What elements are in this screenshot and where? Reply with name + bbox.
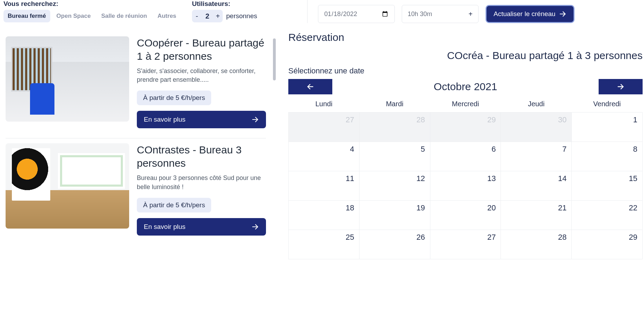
calendar-day[interactable]: 22: [572, 201, 643, 230]
tab-open-space[interactable]: Open Space: [52, 10, 95, 22]
reservation-panel: Réservation COcréa - Bureau partagé 1 à …: [279, 31, 643, 259]
users-decrement-button[interactable]: -: [192, 10, 202, 22]
duration-field[interactable]: 10h 30m +: [402, 5, 479, 23]
calendar-day[interactable]: 18: [289, 201, 360, 230]
calendar-day: 28: [359, 113, 430, 142]
arrow-right-icon: [251, 116, 259, 123]
prev-month-button[interactable]: [288, 79, 332, 94]
listing-price: À partir de 5 €/h/pers: [137, 198, 211, 212]
weekday-header: Lundi: [289, 97, 360, 113]
users-count: 2: [202, 12, 213, 20]
next-month-button[interactable]: [599, 79, 643, 94]
calendar-day[interactable]: 26: [359, 230, 430, 259]
calendar-day[interactable]: 6: [430, 142, 501, 171]
tab-salle-de-réunion[interactable]: Salle de réunion: [97, 10, 151, 22]
users-unit: personnes: [226, 12, 257, 20]
scrollbar[interactable]: [273, 38, 276, 80]
tab-bureau-fermé[interactable]: Bureau fermé: [3, 10, 50, 22]
listing-description: S'aider, s'associer, collaborer, se conf…: [137, 67, 266, 84]
month-label: Octobre 2021: [434, 81, 497, 93]
date-input[interactable]: [324, 10, 389, 18]
calendar-day[interactable]: 19: [359, 201, 430, 230]
learn-more-button[interactable]: En savoir plus: [137, 218, 266, 236]
reservation-heading: Réservation: [288, 31, 643, 43]
listing: COntrastes - Bureau 3 personnes Bureau p…: [6, 138, 266, 245]
listing-title: COntrastes - Bureau 3 personnes: [137, 143, 266, 170]
calendar-day[interactable]: 21: [501, 201, 572, 230]
listing-image: [6, 143, 129, 229]
duration-value: 10h 30m: [408, 10, 432, 18]
divider: [307, 0, 308, 23]
listings-panel: COopérer - Bureau partagé 1 à 2 personne…: [1, 31, 270, 259]
update-slot-label: Actualiser le créneau: [494, 10, 555, 18]
calendar-day: 27: [289, 113, 360, 142]
calendar-day[interactable]: 27: [430, 230, 501, 259]
listing-description: Bureau pour 3 personnes côté Sud pour un…: [137, 174, 266, 191]
calendar-day[interactable]: 28: [501, 230, 572, 259]
arrow-right-icon: [617, 83, 624, 91]
tab-autres[interactable]: Autres: [153, 10, 180, 22]
listing-price: À partir de 5 €/h/pers: [137, 91, 211, 105]
users-heading: Utilisateurs:: [192, 0, 297, 8]
calendar-day: 30: [501, 113, 572, 142]
listing-title: COopérer - Bureau partagé 1 à 2 personne…: [137, 36, 266, 63]
calendar-day: 29: [430, 113, 501, 142]
calendar-day[interactable]: 1: [572, 113, 643, 142]
users-increment-button[interactable]: +: [213, 10, 223, 22]
calendar-day[interactable]: 7: [501, 142, 572, 171]
arrow-left-icon: [306, 83, 314, 91]
calendar-day[interactable]: 25: [289, 230, 360, 259]
select-date-label: Sélectionnez une date: [288, 66, 643, 75]
calendar-day[interactable]: 12: [359, 171, 430, 201]
weekday-header: Vendredi: [572, 97, 643, 113]
calendar-day[interactable]: 29: [572, 230, 643, 259]
date-field[interactable]: [318, 5, 395, 23]
weekday-header: Jeudi: [501, 97, 572, 113]
users-stepper: - 2 +: [192, 10, 223, 22]
calendar-day[interactable]: 14: [501, 171, 572, 201]
arrow-right-icon: [559, 10, 567, 18]
learn-more-button[interactable]: En savoir plus: [137, 111, 266, 128]
calendar-day[interactable]: 15: [572, 171, 643, 201]
arrow-right-icon: [251, 223, 259, 231]
calendar-day[interactable]: 20: [430, 201, 501, 230]
update-slot-button[interactable]: Actualiser le créneau: [486, 5, 575, 23]
calendar-day[interactable]: 8: [572, 142, 643, 171]
calendar-day[interactable]: 4: [289, 142, 360, 171]
listing-image: [6, 36, 129, 122]
learn-more-label: En savoir plus: [144, 116, 185, 123]
calendar-day[interactable]: 5: [359, 142, 430, 171]
calendar-day[interactable]: 13: [430, 171, 501, 201]
selected-room-title: COcréa - Bureau partagé 1 à 3 personnes: [288, 50, 643, 62]
calendar-day[interactable]: 11: [289, 171, 360, 201]
learn-more-label: En savoir plus: [144, 223, 185, 231]
space-type-tabs: Bureau ferméOpen SpaceSalle de réunionAu…: [3, 10, 185, 22]
weekday-header: Mardi: [359, 97, 430, 113]
listing: COopérer - Bureau partagé 1 à 2 personne…: [6, 31, 266, 138]
duration-increment-icon[interactable]: +: [468, 10, 473, 18]
weekday-header: Mercredi: [430, 97, 501, 113]
calendar: LundiMardiMercrediJeudiVendredi 27282930…: [288, 97, 643, 259]
search-heading: Vous recherchez:: [3, 0, 185, 8]
